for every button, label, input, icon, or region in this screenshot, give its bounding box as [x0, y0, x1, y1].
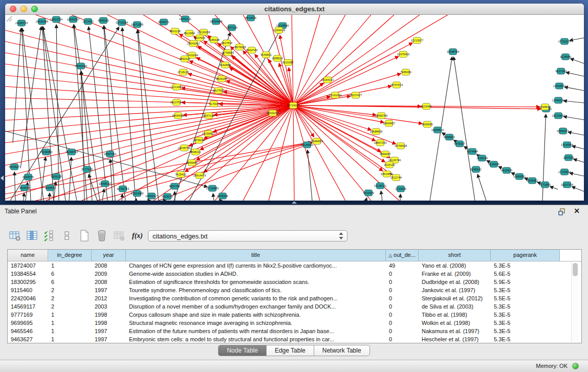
network-node[interactable]: 16409510	[431, 127, 444, 133]
network-node[interactable]: 9053575	[23, 174, 33, 180]
column-visibility-icon[interactable]	[26, 229, 39, 243]
network-node[interactable]: 9615309	[363, 190, 374, 196]
table-options-icon[interactable]	[8, 229, 21, 243]
network-node[interactable]: 3319045	[19, 185, 30, 191]
network-node[interactable]: 10688609	[370, 128, 382, 135]
network-node[interactable]: 19913704	[50, 16, 62, 23]
network-node[interactable]: 18807293	[374, 140, 386, 146]
network-node[interactable]: 9827504	[221, 40, 232, 46]
network-node[interactable]: 8813054	[245, 15, 256, 21]
network-node[interactable]: 9245012	[470, 166, 481, 172]
network-node[interactable]: 11975403	[397, 51, 409, 57]
network-node[interactable]: 19931121	[179, 16, 191, 22]
column-header-in-degree[interactable]: in_degree	[48, 250, 92, 261]
network-node[interactable]: 8267130	[203, 113, 214, 119]
table-row[interactable]: 1872400712008Changes of HCN gene express…	[8, 261, 581, 270]
row-options-icon[interactable]	[60, 229, 74, 243]
network-node[interactable]: 7485083	[400, 69, 411, 75]
splitter-handle[interactable]	[292, 201, 297, 204]
network-node[interactable]: 1156833	[45, 185, 55, 191]
tab-node-table[interactable]: Node Table	[218, 345, 267, 356]
network-node[interactable]: 7957224	[226, 25, 237, 31]
network-node[interactable]: 1588520	[272, 55, 282, 61]
network-node[interactable]: 20691406	[36, 18, 48, 25]
column-header-pagerank[interactable]: pagerank	[491, 250, 560, 261]
network-node[interactable]: 16671585	[131, 21, 143, 28]
table-row[interactable]: 911546021997Tourette syndrome. Phenomeno…	[8, 286, 581, 294]
float-panel-icon[interactable]	[558, 208, 567, 215]
network-node[interactable]: 9227343	[555, 68, 566, 74]
table-row[interactable]: 1456911722003Disruption of a novel membe…	[8, 302, 581, 311]
network-node[interactable]: 12161064	[329, 92, 341, 98]
network-node[interactable]: 1733426	[395, 186, 406, 192]
network-node[interactable]: 16210643	[552, 113, 564, 119]
network-node[interactable]: 4099489	[186, 160, 197, 166]
network-node[interactable]: 8958923	[444, 134, 454, 140]
network-node[interactable]: 10719184	[116, 19, 128, 26]
network-node[interactable]: 5878334	[193, 137, 204, 143]
network-node[interactable]: 9245082	[527, 178, 537, 184]
network-node[interactable]: 9684067	[380, 151, 390, 157]
minimize-window-icon[interactable]	[20, 6, 27, 12]
network-node[interactable]: 1595813	[539, 104, 550, 110]
table-selector-dropdown[interactable]: citations_edges.txt	[148, 230, 347, 242]
network-node[interactable]: 1615132	[384, 162, 395, 168]
network-node[interactable]: 9890115	[179, 56, 190, 62]
network-node[interactable]: 6466160	[98, 17, 108, 24]
network-node[interactable]: 19654903	[172, 113, 184, 119]
vertical-scrollbar[interactable]	[571, 262, 579, 342]
network-node[interactable]: 9777169	[81, 166, 92, 172]
network-node[interactable]: 2718129	[178, 69, 188, 75]
network-node[interactable]: 18107554	[170, 99, 183, 105]
network-node[interactable]: 4698222	[190, 149, 201, 155]
network-node[interactable]: 12093872	[553, 83, 565, 89]
network-node[interactable]: 8454749	[246, 47, 257, 53]
network-node[interactable]: 15298702	[66, 149, 78, 155]
network-node[interactable]: 6771805	[539, 182, 550, 188]
network-node[interactable]: 15892971	[557, 128, 569, 134]
table-row[interactable]: 946362711997Embryonic stem cells: a mode…	[8, 335, 581, 343]
network-node[interactable]: 9115460	[421, 103, 431, 110]
network-node[interactable]: 10969957	[383, 120, 395, 126]
table-row[interactable]: 969969511998Structural magnetic resonanc…	[8, 319, 581, 327]
network-node[interactable]: 23226058	[198, 29, 210, 35]
network-node[interactable]: 6479197	[454, 141, 465, 147]
network-node[interactable]: 9857791	[169, 183, 180, 189]
network-node[interactable]: 17016504	[561, 142, 573, 148]
network-node[interactable]: 8912954	[184, 30, 194, 36]
table-row[interactable]: 1938455462009Genome-wide association stu…	[8, 270, 581, 278]
network-node[interactable]: 16954409	[210, 18, 222, 25]
scrollbar-thumb[interactable]	[573, 263, 578, 276]
network-node[interactable]: 19756928	[395, 143, 407, 149]
delete-table-icon[interactable]	[95, 229, 108, 243]
network-node[interactable]: 9615045	[488, 161, 499, 167]
zoom-window-icon[interactable]	[31, 6, 38, 12]
network-node[interactable]: 2803144	[216, 76, 227, 82]
network-node[interactable]: 9699695	[422, 121, 432, 127]
network-node[interactable]: 12710504	[558, 169, 571, 175]
network-node[interactable]: 10107427	[350, 92, 362, 98]
network-node[interactable]: 18955786	[375, 113, 387, 119]
network-node[interactable]: 8220397	[282, 59, 293, 65]
network-node[interactable]: 18757515	[390, 82, 403, 88]
tab-network-table[interactable]: Network Table	[314, 345, 370, 356]
network-node[interactable]: 12444194	[552, 97, 564, 103]
window-resize-grip[interactable]	[5, 15, 12, 22]
network-node[interactable]: 9146821	[260, 52, 271, 58]
network-node[interactable]: 15716485	[206, 185, 219, 191]
table-row[interactable]: 1830029562008Estimation of significance …	[8, 278, 581, 286]
network-node[interactable]: 9474444	[467, 148, 477, 155]
network-node[interactable]: 10317104	[561, 182, 573, 188]
close-panel-icon[interactable]: ✕	[574, 207, 580, 215]
network-node[interactable]: 417006	[209, 101, 219, 107]
create-table-icon[interactable]	[78, 229, 91, 243]
network-node[interactable]: 14569117	[145, 193, 158, 199]
network-node[interactable]: 16782753	[117, 186, 129, 192]
function-builder-icon[interactable]: f(x)	[132, 232, 143, 240]
network-node[interactable]: 16648794	[447, 49, 459, 55]
window-titlebar[interactable]: citations_edges.txt	[5, 4, 584, 15]
column-header-year[interactable]: year	[92, 250, 126, 261]
network-node[interactable]: 2935134	[476, 155, 487, 161]
network-node[interactable]: 15751074	[558, 38, 571, 45]
network-canvas[interactable]: 2405572420691406199137041065325715276026…	[5, 15, 584, 201]
